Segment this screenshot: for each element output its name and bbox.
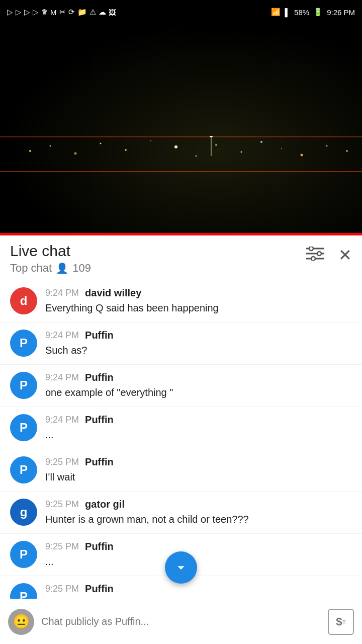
avatar: P: [10, 541, 37, 568]
avatar: P: [10, 372, 37, 399]
svg-point-4: [100, 143, 102, 144]
viewer-count: 109: [72, 262, 91, 275]
signal-icon: ▌: [285, 8, 290, 17]
battery-percent: 58%: [294, 8, 309, 17]
chat-message-row: g9:25 PMgator gilHunter is a grown man, …: [0, 492, 362, 534]
message-author: david willey: [85, 287, 141, 299]
message-time: 9:25 PM: [45, 584, 79, 594]
app-icon-warning: ⚠: [89, 8, 96, 17]
message-time: 9:24 PM: [45, 330, 79, 341]
message-time: 9:24 PM: [45, 372, 79, 383]
video-progress-bar[interactable]: [0, 233, 362, 235]
svg-point-21: [309, 247, 313, 251]
svg-point-1: [29, 150, 31, 152]
top-chat-label[interactable]: Top chat: [10, 262, 52, 275]
livechat-header: Live chat Top chat 👤 109 ✕: [0, 235, 362, 280]
svg-point-12: [281, 148, 282, 149]
clock: 9:26 PM: [327, 8, 355, 17]
message-content: 9:25 PMgator gilHunter is a grown man, n…: [45, 499, 352, 526]
livechat-subtitle: Top chat 👤 109: [10, 262, 91, 275]
status-bar: ▷ ▷ ▷ ▷ ♛ M ✂ ⟳ 📁 ⚠ ☁ 🖼 📶 ▌ 58% 🔋 9:26 P…: [0, 0, 362, 24]
message-time: 9:25 PM: [45, 457, 79, 467]
svg-point-6: [150, 140, 151, 141]
svg-point-7: [174, 145, 177, 148]
app-icon-crown: ♛: [41, 8, 48, 17]
chat-input-bar: 😐 $ ≡: [0, 599, 362, 644]
message-author: Puffin: [85, 456, 114, 468]
dollar-lines-icon: ≡: [342, 619, 346, 625]
message-text: I'll wait: [45, 470, 352, 484]
filter-icon[interactable]: [306, 247, 324, 264]
livechat-controls: ✕: [306, 243, 352, 265]
city-lights-svg: [0, 136, 362, 176]
svg-point-8: [196, 155, 197, 157]
app-icon-yt4: ▷: [33, 8, 39, 17]
chat-message-row: P9:24 PMPuffinSuch as?: [0, 323, 362, 365]
app-icon-yt2: ▷: [16, 8, 22, 17]
chat-message-row: P9:24 PMPuffinone example of "everything…: [0, 365, 362, 407]
scroll-down-fab[interactable]: [165, 551, 197, 584]
dollar-icon: $: [336, 615, 342, 628]
status-left-icons: ▷ ▷ ▷ ▷ ♛ M ✂ ⟳ 📁 ⚠ ☁ 🖼: [7, 8, 116, 17]
message-text: one example of "everything ": [45, 385, 352, 399]
chat-message-row: P9:24 PMPuffin...: [0, 407, 362, 449]
app-icon-yt1: ▷: [7, 8, 13, 17]
chat-message-row: d9:24 PMdavid willeyEverything Q said ha…: [0, 280, 362, 323]
app-icon-m: M: [50, 8, 57, 17]
avatar: g: [10, 499, 37, 526]
message-author: Puffin: [85, 583, 114, 595]
chat-input-field[interactable]: [41, 609, 321, 635]
app-icon-scissors: ✂: [59, 8, 66, 17]
close-icon[interactable]: ✕: [338, 246, 352, 265]
video-player[interactable]: [0, 24, 362, 235]
avatar: P: [10, 456, 37, 484]
svg-point-11: [260, 141, 262, 143]
chat-message-row: P9:25 PMPuffinI'll wait: [0, 449, 362, 492]
message-author: Puffin: [85, 372, 114, 383]
message-time: 9:25 PM: [45, 541, 79, 552]
svg-point-15: [346, 150, 348, 152]
message-content: 9:25 PMPuffinI'll wait: [45, 456, 352, 484]
svg-point-23: [311, 257, 315, 261]
message-text: ...: [45, 428, 352, 442]
message-author: Puffin: [85, 414, 114, 426]
svg-point-2: [50, 145, 51, 147]
app-icon-cloud: ☁: [99, 8, 106, 17]
message-text: ...: [45, 554, 352, 569]
message-text: Such as?: [45, 343, 352, 357]
battery-icon: 🔋: [313, 8, 323, 17]
message-time: 9:24 PM: [45, 288, 79, 298]
livechat-title: Live chat: [10, 243, 91, 260]
message-text: Hunter is a grown man, not a child or te…: [45, 512, 352, 526]
app-icon-folder: 📁: [77, 8, 87, 17]
message-author: Puffin: [85, 541, 114, 552]
svg-point-3: [74, 152, 77, 155]
svg-point-10: [241, 151, 242, 153]
message-content: 9:24 PMPuffinSuch as?: [45, 330, 352, 357]
svg-point-13: [301, 154, 303, 156]
message-time: 9:25 PM: [45, 499, 79, 510]
svg-point-5: [125, 149, 127, 151]
message-content: 9:24 PMPuffin...: [45, 414, 352, 442]
avatar: P: [10, 330, 37, 357]
app-icon-img: 🖼: [109, 8, 116, 17]
app-icon-sync: ⟳: [68, 8, 75, 17]
emoji-button[interactable]: 😐: [8, 609, 34, 635]
wifi-icon: 📶: [271, 8, 281, 17]
app-icon-yt3: ▷: [24, 8, 30, 17]
svg-point-9: [215, 144, 217, 146]
svg-point-14: [326, 145, 328, 147]
message-author: Puffin: [85, 330, 114, 341]
message-content: 9:25 PMPuffin...: [45, 541, 352, 569]
status-right-area: 📶 ▌ 58% 🔋 9:26 PM: [271, 8, 355, 17]
super-chat-button[interactable]: $ ≡: [328, 609, 354, 635]
avatar: P: [10, 414, 37, 441]
message-content: 9:24 PMdavid willeyEverything Q said has…: [45, 287, 352, 315]
message-content: 9:24 PMPuffinone example of "everything …: [45, 372, 352, 399]
message-time: 9:24 PM: [45, 415, 79, 425]
message-text: Everything Q said has been happening: [45, 301, 352, 315]
message-author: gator gil: [85, 499, 125, 510]
livechat-title-area: Live chat Top chat 👤 109: [10, 243, 91, 275]
svg-point-22: [317, 252, 321, 256]
avatar: d: [10, 287, 37, 314]
